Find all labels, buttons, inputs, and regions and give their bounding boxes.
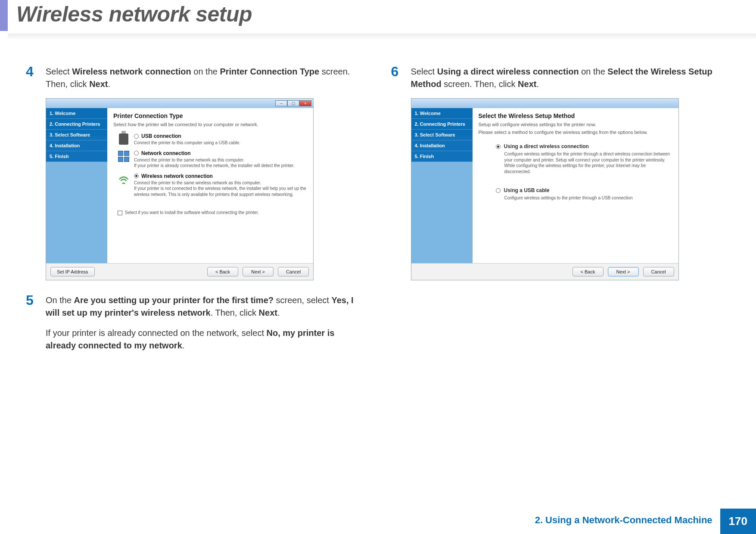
t: Using a direct wireless connection <box>504 143 589 149</box>
minimize-button[interactable]: – <box>275 100 287 106</box>
sidebar-step-5: 5. Finish <box>411 151 473 162</box>
cancel-button[interactable]: Cancel <box>643 267 674 276</box>
wizard-bottom-bar: Set IP Address < Back Next > Cancel <box>46 263 313 280</box>
radio-network[interactable] <box>134 151 139 155</box>
t: On the <box>46 295 74 305</box>
t: USB connection <box>141 133 181 139</box>
window-body: 1. Welcome 2. Connecting Printers 3. Sel… <box>46 108 313 263</box>
cancel-button[interactable]: Cancel <box>278 267 309 276</box>
t: . <box>277 308 280 317</box>
wizard-pane: Printer Connection Type Select how the p… <box>107 108 313 263</box>
sidebar-step-1: 1. Welcome <box>411 108 473 119</box>
radio-direct-wireless[interactable] <box>496 144 501 149</box>
step-6: 6 Select Using a direct wireless connect… <box>391 65 731 90</box>
radio-usb-cable[interactable] <box>496 188 501 193</box>
step-5-number: 5 <box>26 293 38 319</box>
opt-desc: Connect the printer to the same network … <box>134 157 307 169</box>
checkbox-install-without-connect[interactable] <box>118 211 122 215</box>
t: on the <box>191 67 220 76</box>
step-6-text: Select Using a direct wireless connectio… <box>411 65 731 90</box>
sidebar-step-3: 3. Select Software <box>411 130 473 140</box>
t: Next <box>518 79 536 89</box>
sidebar-step-3: 3. Select Software <box>46 130 107 140</box>
header-accent <box>0 0 8 31</box>
t: Are you setting up your printer for the … <box>74 295 274 305</box>
back-button[interactable]: < Back <box>207 267 238 276</box>
opt-desc: Configure wireless settings to the print… <box>504 195 672 201</box>
pane-title: Printer Connection Type <box>113 112 307 119</box>
opt-title: Using a direct wireless connection <box>496 143 672 149</box>
footer-chapter: 2. Using a Network-Connected Machine <box>527 509 720 534</box>
nav-buttons: < Back Next > Cancel <box>572 267 674 276</box>
window-titlebar <box>411 99 678 108</box>
step-6-number: 6 <box>391 65 403 90</box>
maximize-button[interactable]: ▢ <box>287 100 299 106</box>
installer-window-1: – ▢ × 1. Welcome 2. Connecting Printers … <box>46 98 314 280</box>
t: Select <box>411 67 437 76</box>
pane-title: Select the Wireless Setup Method <box>479 112 672 119</box>
pane-sub2: Please select a method to configure the … <box>479 130 672 135</box>
window-titlebar: – ▢ × <box>46 99 313 108</box>
nav-buttons: < Back Next > Cancel <box>207 267 309 276</box>
t: Using a USB cable <box>504 187 550 193</box>
back-button[interactable]: < Back <box>572 267 604 276</box>
option-direct-wireless[interactable]: Using a direct wireless connection Confi… <box>496 143 672 174</box>
opt-desc: Configure wireless settings for the prin… <box>504 151 672 174</box>
next-button[interactable]: Next > <box>243 267 274 276</box>
page-footer: 2. Using a Network-Connected Machine 170 <box>527 509 756 534</box>
wizard-sidebar: 1. Welcome 2. Connecting Printers 3. Sel… <box>46 108 107 263</box>
sidebar-step-4: 4. Installation <box>411 140 473 151</box>
opt-content: USB connection Connect the printer to th… <box>134 133 307 146</box>
option-network[interactable]: Network connection Connect the printer t… <box>118 150 307 169</box>
opt-content: Network connection Connect the printer t… <box>134 150 307 169</box>
option-usb[interactable]: USB connection Connect the printer to th… <box>118 133 307 146</box>
step-5: 5 On the Are you setting up your printer… <box>26 293 365 319</box>
wizard-pane: Select the Wireless Setup Method Setup w… <box>473 108 678 263</box>
opt-title: Network connection <box>134 150 307 156</box>
content-columns: 4 Select Wireless network connection on … <box>26 65 730 352</box>
t: . <box>182 341 185 350</box>
t: screen, select <box>274 295 332 305</box>
t: . Then, click <box>211 308 259 317</box>
opt-content: Wireless network connection Connect the … <box>134 173 307 198</box>
t: on the <box>579 67 608 76</box>
t: Next <box>259 308 277 317</box>
t: If your printer is already connected on … <box>46 328 267 338</box>
opt-desc: Connect the printer to this computer usi… <box>134 140 307 146</box>
footer-page-number: 170 <box>720 509 756 534</box>
left-column: 4 Select Wireless network connection on … <box>26 65 365 352</box>
page-title: Wireless network setup <box>16 2 252 27</box>
t: . <box>536 79 539 89</box>
radio-usb[interactable] <box>134 134 139 139</box>
right-column: 6 Select Using a direct wireless connect… <box>391 65 731 352</box>
t: Wireless network connection <box>72 67 191 76</box>
option-wireless[interactable]: Wireless network connection Connect the … <box>118 173 307 198</box>
install-without-connect-row: Select if you want to install the softwa… <box>118 210 307 215</box>
step-4: 4 Select Wireless network connection on … <box>26 65 365 90</box>
sidebar-step-2: 2. Connecting Printers <box>46 119 107 130</box>
set-ip-button[interactable]: Set IP Address <box>50 267 95 276</box>
t: Wireless network connection <box>141 173 213 179</box>
t: . <box>108 79 111 89</box>
titlebar-buttons: – ▢ × <box>275 100 311 106</box>
t: Using a direct wireless connection <box>437 67 579 76</box>
radio-wireless[interactable] <box>134 174 139 178</box>
option-usb-cable[interactable]: Using a USB cable Configure wireless set… <box>496 187 672 201</box>
next-button[interactable]: Next > <box>608 267 639 276</box>
opt-title: Wireless network connection <box>134 173 307 179</box>
t: Printer Connection Type <box>220 67 319 76</box>
wifi-icon <box>118 173 130 185</box>
pane-subtitle: Select how the printer will be connected… <box>113 122 307 127</box>
sidebar-step-4: 4. Installation <box>46 140 107 151</box>
close-button[interactable]: × <box>299 100 311 106</box>
t: Select <box>46 67 72 76</box>
step-4-number: 4 <box>26 65 38 90</box>
opt-title: USB connection <box>134 133 307 139</box>
wizard-bottom-bar: < Back Next > Cancel <box>411 263 678 280</box>
usb-icon <box>118 133 130 145</box>
sidebar-step-1: 1. Welcome <box>46 108 107 119</box>
t: Select if you want to install the softwa… <box>125 210 259 215</box>
step-5-note: If your printer is already connected on … <box>46 327 365 352</box>
sidebar-step-5: 5. Finish <box>46 151 107 162</box>
t: Network connection <box>141 150 191 156</box>
